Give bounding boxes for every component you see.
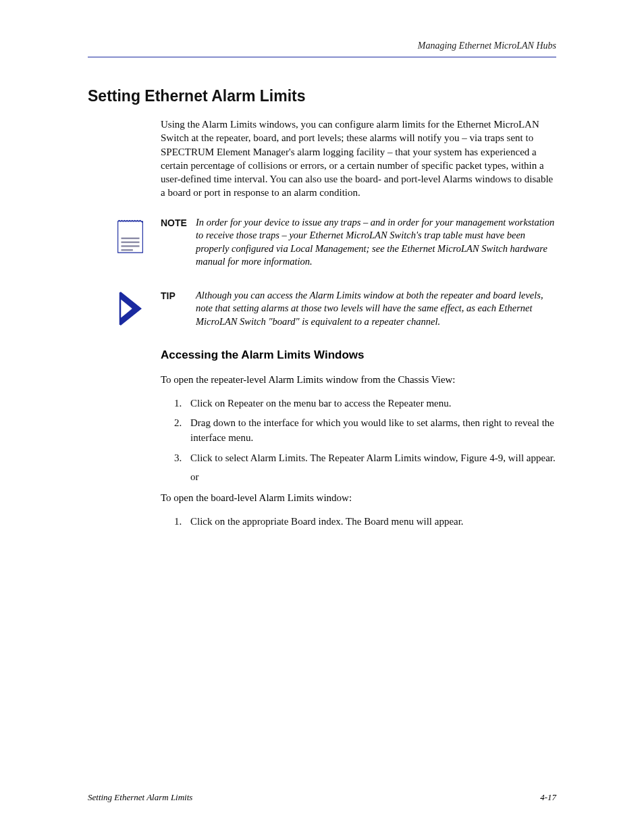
note-label: NOTE [161,216,196,228]
footer-page-number: 4-17 [540,792,556,803]
section-title: Setting Ethernet Alarm Limits [88,87,556,105]
note-text: In order for your device to issue any tr… [196,216,556,269]
step-separator: or [190,470,556,485]
tip-arrow-icon [113,289,147,327]
steps-intro: To open the repeater-level Alarm Limits … [161,373,556,386]
step-text: Click to select Alarm Limits. The Repeat… [190,451,556,466]
tip-label: TIP [161,289,196,301]
step-number: 3. [174,451,190,466]
tip-callout: TIP Although you can access the Alarm Li… [88,289,556,329]
step-text: Click on the appropriate Board index. Th… [190,515,556,529]
page-header: Managing Ethernet MicroLAN Hubs [88,41,556,57]
step-text: Drag down to the interface for which you… [190,416,556,446]
step-text: Click on Repeater on the menu bar to acc… [190,396,556,411]
header-right-text: Managing Ethernet MicroLAN Hubs [418,41,556,51]
step-number: 1. [174,396,190,411]
sub-section-title: Accessing the Alarm Limits Windows [161,348,556,362]
notepad-icon [113,216,147,255]
intro-paragraph: Using the Alarm Limits windows, you can … [161,118,556,200]
tip-text: Although you can access the Alarm Limits… [196,289,556,329]
footer-left-text: Setting Ethernet Alarm Limits [88,792,192,803]
page-footer: Setting Ethernet Alarm Limits 4-17 [88,792,556,803]
boards-intro: To open the board-level Alarm Limits win… [161,491,556,504]
note-callout: NOTE In order for your device to issue a… [88,216,556,269]
step-number: 1. [174,515,190,529]
step-number: 2. [174,416,190,446]
